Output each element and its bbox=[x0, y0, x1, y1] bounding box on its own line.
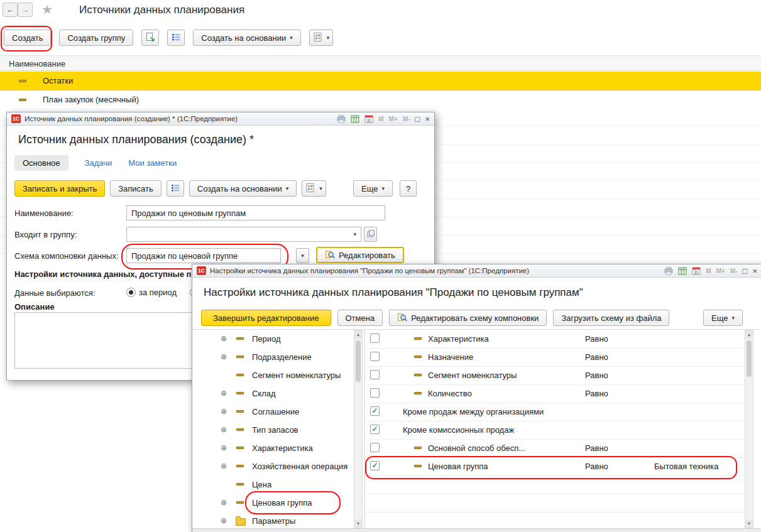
filter-row[interactable]: ✓Кроме комиссионных продаж bbox=[365, 421, 745, 440]
expand-node-icon[interactable]: ⊕ bbox=[221, 389, 227, 398]
expand-node-icon[interactable]: ⊕ bbox=[221, 516, 227, 525]
filters-scrollbar[interactable]: ▲ ▼ bbox=[745, 330, 753, 528]
memory-minus-button[interactable]: M- bbox=[403, 116, 410, 122]
reports-menu-button[interactable]: ▾ bbox=[302, 180, 326, 197]
create-window-titlebar[interactable]: 1С Источник данных планирования (создани… bbox=[7, 112, 434, 126]
expand-node-icon[interactable]: ⊕ bbox=[221, 462, 227, 470]
expand-node-icon[interactable]: ⊕ bbox=[221, 425, 227, 434]
load-schema-button[interactable]: Загрузить схему из файла bbox=[553, 310, 669, 326]
filter-row[interactable]: КоличествоРавно bbox=[365, 384, 745, 403]
filter-row[interactable]: Сегмент номенклатурыРавно bbox=[365, 366, 745, 385]
horizontal-scrollbar[interactable] bbox=[192, 528, 761, 532]
edit-composition-schema-button[interactable]: Редактировать схему компоновки bbox=[389, 310, 547, 326]
expand-node-icon[interactable]: ⊕ bbox=[221, 443, 227, 452]
edit-schema-button[interactable]: Редактировать bbox=[316, 247, 404, 263]
create-button[interactable]: Создать bbox=[4, 30, 51, 46]
scroll-up-button[interactable]: ▲ bbox=[745, 330, 753, 339]
scroll-thumb[interactable] bbox=[747, 340, 752, 377]
filter-label: Кроме комиссионных продаж bbox=[403, 425, 514, 435]
close-button[interactable]: × bbox=[425, 115, 430, 123]
table-icon[interactable] bbox=[351, 115, 359, 123]
cancel-button[interactable]: Отмена bbox=[337, 310, 383, 326]
filter-row[interactable]: ✓Кроме продаж между организациями bbox=[365, 403, 745, 421]
tree-item[interactable]: ⊕Параметры bbox=[200, 512, 354, 528]
save-button[interactable]: Записать bbox=[110, 180, 162, 197]
chevron-down-icon[interactable]: ▾ bbox=[353, 232, 356, 237]
schema-dropdown-button[interactable]: ▾ bbox=[296, 248, 309, 263]
checkbox[interactable]: ✓ bbox=[370, 425, 380, 434]
maximize-button[interactable]: □ bbox=[743, 267, 748, 275]
more-button[interactable]: Еще ▾ bbox=[353, 180, 393, 197]
checkbox[interactable] bbox=[370, 352, 380, 361]
checkbox[interactable] bbox=[370, 334, 380, 343]
back-button[interactable]: ← bbox=[3, 3, 18, 17]
item-dash-icon bbox=[414, 447, 422, 449]
memory-minus-button[interactable]: M- bbox=[730, 268, 738, 274]
checkbox[interactable] bbox=[370, 443, 380, 452]
scroll-thumb[interactable] bbox=[356, 340, 361, 382]
close-button[interactable]: × bbox=[752, 267, 757, 275]
tree-item[interactable]: ⊕Соглашение bbox=[200, 403, 354, 421]
tree-item[interactable]: ⊕Подразделение bbox=[200, 348, 354, 366]
memory-m-button[interactable]: M bbox=[706, 268, 711, 274]
table-icon[interactable] bbox=[678, 267, 687, 275]
open-group-button[interactable] bbox=[364, 227, 377, 242]
period-radio[interactable] bbox=[126, 288, 136, 297]
save-close-button[interactable]: Записать и закрыть bbox=[14, 180, 105, 197]
tab-tasks[interactable]: Задачи bbox=[85, 158, 112, 168]
tree-item[interactable]: ⊕Ценовая группа bbox=[200, 494, 354, 512]
calendar-icon[interactable]: 31 bbox=[364, 115, 373, 123]
tree-item[interactable]: ⊕Хозяйственная операция bbox=[200, 457, 354, 475]
checkbox[interactable] bbox=[370, 388, 380, 398]
group-input[interactable]: ▾ bbox=[126, 227, 361, 242]
tab-notes[interactable]: Мои заметки bbox=[128, 158, 177, 168]
tree-item[interactable]: Сегмент номенклатуры bbox=[200, 366, 354, 384]
expand-node-icon[interactable]: ⊕ bbox=[221, 498, 227, 507]
schema-input[interactable]: Продажи по ценовой группе bbox=[126, 248, 281, 263]
expand-node-icon[interactable]: ⊕ bbox=[221, 352, 227, 361]
report-list-button[interactable] bbox=[167, 180, 184, 197]
checkbox[interactable]: ✓ bbox=[370, 461, 380, 470]
tree-item[interactable]: Цена bbox=[200, 475, 354, 494]
table-row[interactable]: План закупок (месячный) bbox=[0, 90, 761, 109]
table-row[interactable]: Остатки bbox=[0, 72, 761, 90]
settings-window-titlebar[interactable]: 1С Настройки источника данных планирован… bbox=[192, 264, 761, 278]
favorite-star-icon[interactable]: ★ bbox=[41, 2, 53, 17]
maximize-button[interactable]: □ bbox=[415, 115, 420, 123]
calendar-icon[interactable]: 31 bbox=[692, 267, 701, 275]
report-list-button[interactable] bbox=[167, 30, 185, 46]
create-based-on-button[interactable]: Создать на основании ▾ bbox=[189, 180, 297, 197]
print-icon[interactable] bbox=[664, 267, 673, 275]
reports-menu-button[interactable]: ▾ bbox=[309, 30, 334, 46]
checkbox[interactable]: ✓ bbox=[370, 406, 380, 416]
create-based-on-button[interactable]: Создать на основании ▾ bbox=[193, 30, 300, 46]
filter-row[interactable]: Основной способ обесп...Равно bbox=[365, 439, 745, 458]
tree-item[interactable]: ⊕Период bbox=[200, 330, 354, 348]
scroll-down-button[interactable]: ▼ bbox=[354, 519, 362, 528]
memory-m-button[interactable]: M bbox=[378, 116, 383, 122]
finish-editing-button[interactable]: Завершить редактирование bbox=[201, 310, 331, 326]
name-input[interactable]: Продажи по ценовым группам bbox=[126, 205, 385, 220]
filter-row[interactable]: НазначениеРавно bbox=[365, 348, 745, 367]
filter-row[interactable]: ✓Ценовая группаРавноБытовая техника bbox=[365, 457, 745, 476]
tree-item[interactable]: ⊕Характеристика bbox=[200, 439, 354, 457]
more-button[interactable]: Еще ▾ bbox=[703, 310, 743, 326]
memory-plus-button[interactable]: M+ bbox=[716, 268, 725, 274]
tree-item[interactable]: ⊕Склад bbox=[200, 384, 354, 403]
tree-item[interactable]: ⊕Тип запасов bbox=[200, 421, 354, 439]
scroll-down-button[interactable]: ▼ bbox=[745, 519, 753, 528]
copy-item-button[interactable] bbox=[141, 30, 159, 46]
checkbox[interactable] bbox=[370, 370, 380, 379]
scroll-up-button[interactable]: ▲ bbox=[354, 330, 362, 339]
forward-button[interactable]: → bbox=[18, 3, 33, 17]
expand-node-icon[interactable]: ⊕ bbox=[221, 407, 227, 416]
help-button[interactable]: ? bbox=[400, 180, 417, 197]
list-header[interactable]: Наименование bbox=[0, 55, 761, 71]
create-group-button[interactable]: Создать группу bbox=[59, 30, 133, 46]
print-icon[interactable] bbox=[337, 115, 346, 123]
filter-row[interactable]: ХарактеристикаРавно bbox=[365, 330, 745, 349]
tree-scrollbar[interactable]: ▲ ▼ bbox=[354, 330, 363, 528]
memory-plus-button[interactable]: M+ bbox=[389, 116, 398, 122]
tab-main[interactable]: Основное bbox=[14, 155, 68, 171]
expand-node-icon[interactable]: ⊕ bbox=[221, 334, 227, 343]
